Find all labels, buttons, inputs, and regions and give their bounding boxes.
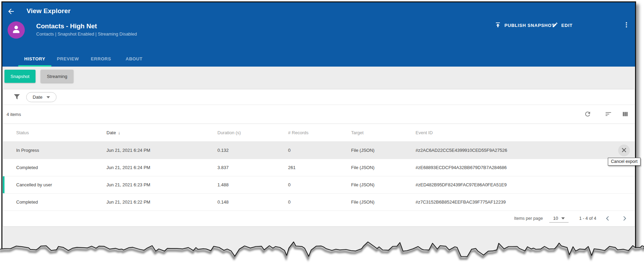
history-card: Date 4 items [3, 89, 635, 227]
sort-button[interactable] [604, 110, 612, 119]
chevron-right-icon [621, 215, 628, 223]
cancel-export-tooltip: Cancel export [608, 158, 641, 166]
person-icon [11, 24, 22, 36]
cell-event-id: #zE68893ECDCF94A32BB679D7B7A284686 [416, 165, 635, 170]
cell-date: Jun 21, 2021 6:24 PM [106, 148, 217, 153]
avatar [8, 21, 25, 39]
column-header-date[interactable]: Date↓ [106, 130, 217, 135]
column-header-duration[interactable]: Duration (s) [217, 130, 288, 135]
date-filter-label: Date [33, 95, 43, 100]
sort-descending-icon: ↓ [118, 130, 120, 135]
back-button[interactable] [6, 7, 16, 17]
cancel-export-button[interactable] [618, 145, 630, 156]
cell-status: Completed [16, 165, 106, 170]
cell-records: 261 [288, 165, 351, 170]
tab-errors[interactable]: ERRORS [84, 56, 117, 67]
app-window: View Explorer Contacts - High Net Contac… [1, 1, 636, 265]
streaming-mode-button[interactable]: Streaming [41, 70, 73, 83]
table-header-row: Status Date↓ Duration (s) # Records Targ… [3, 124, 635, 142]
next-page-button[interactable] [620, 214, 629, 223]
cell-target: File (JSON) [351, 148, 416, 153]
table-row[interactable]: In Progress Jun 21, 2021 6:24 PM 0.132 0… [3, 142, 635, 159]
chevron-left-icon [604, 215, 611, 223]
cell-duration: 0.132 [217, 148, 288, 153]
cell-status: Completed [16, 199, 106, 205]
table-toolbar: 4 items [3, 105, 635, 124]
filter-row: Date [3, 89, 635, 105]
column-header-status[interactable]: Status [16, 130, 106, 135]
tab-bar: HISTORY PREVIEW ERRORS ABOUT [18, 56, 151, 67]
table-row[interactable]: Completed Jun 21, 2021 6:24 PM 3.837 261… [3, 159, 635, 176]
cell-date: Jun 21, 2021 6:22 PM [106, 199, 217, 205]
refresh-icon [584, 110, 591, 119]
date-filter-chip[interactable]: Date [26, 92, 57, 102]
cell-date: Jun 21, 2021 6:23 PM [106, 182, 217, 187]
page-size-value: 10 [553, 216, 558, 221]
chevron-down-icon [47, 96, 50, 98]
page-title: View Explorer [27, 7, 71, 15]
column-header-event-id[interactable]: Event ID [416, 130, 635, 135]
edit-button[interactable]: EDIT [552, 20, 573, 30]
chevron-down-icon [561, 217, 565, 219]
app-header: View Explorer Contacts - High Net Contac… [2, 2, 635, 67]
screenshot-stage: View Explorer Contacts - High Net Contac… [0, 0, 644, 265]
column-header-target[interactable]: Target [351, 130, 416, 135]
cell-status: Cancelled by user [16, 182, 106, 187]
arrow-back-icon [7, 7, 15, 17]
refresh-button[interactable] [583, 110, 592, 119]
pagination-bar: Items per page 10 1 - 4 of 4 [3, 211, 635, 227]
entity-name: Contacts - High Net [36, 22, 97, 30]
table-row[interactable]: Completed Jun 21, 2021 6:22 PM 0.148 0 F… [3, 194, 635, 211]
tab-preview[interactable]: PREVIEW [51, 56, 84, 67]
filter-funnel-icon[interactable] [13, 94, 20, 101]
tab-about[interactable]: ABOUT [117, 56, 151, 67]
view-columns-icon [622, 110, 629, 119]
items-count: 4 items [7, 112, 21, 117]
cell-records: 0 [288, 182, 351, 187]
pencil-icon [552, 22, 558, 29]
columns-button[interactable] [621, 110, 629, 119]
sort-lines-icon [605, 110, 612, 119]
cell-target: File (JSON) [351, 182, 416, 187]
publish-icon [494, 21, 501, 29]
publish-snapshot-label: PUBLISH SNAPSHOT [504, 23, 555, 28]
table-row[interactable]: Cancelled by user Jun 21, 2021 6:23 PM 1… [3, 176, 635, 194]
cell-date: Jun 21, 2021 6:24 PM [106, 165, 217, 170]
cell-duration: 3.837 [217, 165, 288, 170]
kebab-menu-icon [623, 21, 630, 30]
cell-event-id: #z2AC6AD22CC5E4399910CED55F9A27526 [416, 148, 635, 153]
close-icon [620, 146, 628, 155]
cell-records: 0 [288, 199, 351, 205]
more-options-button[interactable] [622, 20, 631, 30]
cell-records: 0 [288, 148, 351, 153]
cell-duration: 0.148 [217, 199, 288, 205]
edit-label: EDIT [561, 23, 573, 28]
publish-snapshot-button[interactable]: PUBLISH SNAPSHOT [494, 20, 555, 30]
column-header-records[interactable]: # Records [288, 130, 351, 135]
tab-history[interactable]: HISTORY [18, 56, 51, 67]
cell-status: In Progress [16, 148, 106, 153]
cell-duration: 1.488 [217, 182, 288, 187]
page-size-select[interactable]: 10 [549, 214, 569, 223]
items-per-page-label: Items per page [514, 216, 543, 221]
cell-target: File (JSON) [351, 199, 416, 205]
entity-meta: Contacts | Snapshot Enabled | Streaming … [36, 31, 137, 37]
page-range: 1 - 4 of 4 [579, 216, 596, 221]
snapshot-mode-button[interactable]: Snapshot [4, 70, 35, 83]
cell-target: File (JSON) [351, 165, 416, 170]
previous-page-button[interactable] [603, 214, 612, 223]
cell-event-id: #zED482B95DF82439FAC97E86A0FEA51E9 [416, 182, 635, 187]
cell-event-id: #z7C3152B6B8524EEFBAC39F775AF12239 [416, 199, 635, 205]
